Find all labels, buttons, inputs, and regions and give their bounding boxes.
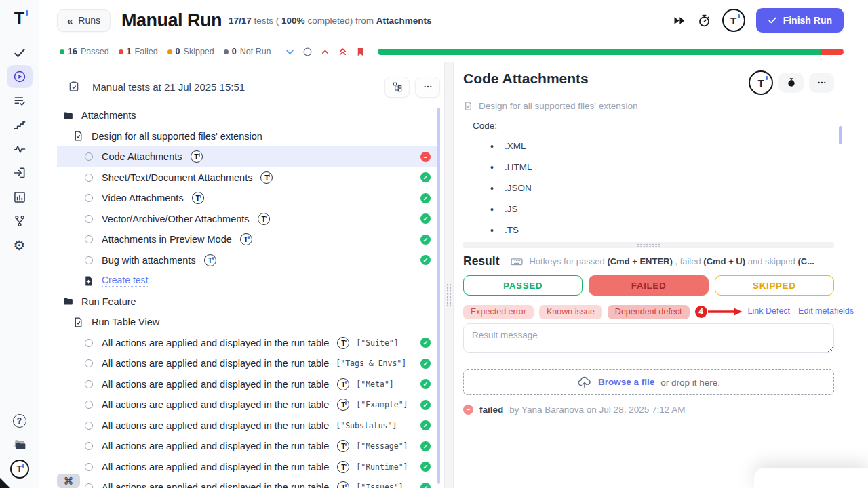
testomat-badge-icon: T bbox=[192, 192, 204, 204]
rail-help-icon[interactable]: ? bbox=[7, 409, 33, 432]
rail-logo-icon[interactable]: T bbox=[7, 458, 33, 481]
tree-row[interactable]: Attachments bbox=[57, 105, 440, 126]
tree-row[interactable]: All actions are applied and displayed in… bbox=[57, 374, 440, 395]
browse-file-link[interactable]: Browse a file bbox=[598, 377, 654, 388]
timer-icon[interactable] bbox=[697, 14, 711, 28]
status-count-not-run[interactable]: 0Not Run bbox=[224, 47, 271, 56]
rail-branch-icon[interactable] bbox=[7, 209, 33, 232]
test-tag: ["Tags & Envs"] bbox=[336, 359, 406, 368]
suite-breadcrumb-label: Design for all supported files' extensio… bbox=[479, 101, 637, 111]
folder-icon bbox=[62, 296, 74, 307]
status-count-passed[interactable]: 16Passed bbox=[60, 47, 109, 56]
tree-row[interactable]: Sheet/Text/Document AttachmentsT✓ bbox=[57, 167, 440, 188]
passed-button[interactable]: PASSED bbox=[463, 275, 583, 296]
rail-play-icon[interactable] bbox=[7, 65, 33, 88]
fast-forward-icon[interactable] bbox=[672, 14, 686, 28]
tree-row-label: Run Feature bbox=[81, 296, 136, 307]
left-rail-top: ⚙ bbox=[7, 40, 33, 258]
tree-view-button[interactable] bbox=[384, 77, 410, 98]
rail-pulse-icon[interactable] bbox=[7, 138, 33, 161]
testomat-badge-icon: T bbox=[240, 233, 252, 245]
chevron-down-icon[interactable] bbox=[285, 47, 295, 57]
back-to-runs-button[interactable]: « Runs bbox=[57, 9, 111, 32]
finish-run-button[interactable]: Finish Run bbox=[756, 8, 844, 33]
rail-import-icon[interactable] bbox=[7, 161, 33, 184]
tree-row[interactable]: Bug with attachmentsT✓ bbox=[57, 250, 440, 271]
timer-button[interactable] bbox=[778, 73, 804, 93]
defect-pill[interactable]: Known issue bbox=[539, 305, 602, 319]
page-title: Manual Run bbox=[121, 10, 222, 31]
passed-status-icon: ✓ bbox=[420, 420, 431, 430]
bookmark-icon[interactable] bbox=[355, 47, 366, 57]
tree-row[interactable]: Create test bbox=[57, 270, 440, 291]
radio-icon bbox=[85, 422, 93, 430]
result-message-input[interactable] bbox=[463, 323, 834, 353]
tree-row[interactable]: Run Feature bbox=[57, 291, 440, 312]
passed-status-icon: ✓ bbox=[420, 359, 431, 369]
test-title[interactable]: Code Attachments bbox=[463, 70, 589, 89]
tree-row-label: Code Attachments bbox=[102, 151, 182, 162]
tree-row[interactable]: Run Table View bbox=[57, 312, 440, 333]
radio-icon bbox=[85, 339, 93, 347]
tree-row-label: Video Attachments bbox=[102, 192, 184, 203]
edit-metafields-link[interactable]: Edit metafields bbox=[798, 306, 854, 317]
tree-row[interactable]: Video AttachmentsT✓ bbox=[57, 188, 440, 209]
check-icon bbox=[768, 16, 777, 25]
main-column: « Runs Manual Run 17/17 tests ( 100% com… bbox=[39, 0, 868, 488]
radio-icon bbox=[85, 152, 93, 161]
defect-pill[interactable]: Dependent defect bbox=[608, 305, 690, 319]
defect-pill[interactable]: Expected error bbox=[463, 305, 534, 319]
rail-list-check-icon[interactable] bbox=[7, 89, 33, 113]
tree-row[interactable]: Code AttachmentsT– bbox=[57, 146, 440, 167]
tree-row[interactable]: All actions are applied and displayed in… bbox=[57, 394, 440, 415]
tree-row[interactable]: All actions are applied and displayed in… bbox=[57, 457, 440, 478]
file-dropzone[interactable]: Browse a file or drop it here. bbox=[463, 369, 834, 395]
rail-folders-icon[interactable] bbox=[7, 433, 33, 456]
tree-row[interactable]: Attachments in Preview ModeT✓ bbox=[57, 229, 440, 250]
double-chevron-up-icon[interactable] bbox=[338, 47, 348, 57]
failed-button[interactable]: FAILED bbox=[589, 275, 708, 296]
circle-icon[interactable] bbox=[302, 47, 313, 57]
tree-scrollbar[interactable] bbox=[437, 108, 440, 484]
tree-row-label: Attachments bbox=[81, 110, 136, 121]
extension-list: .XML.HTML.JSON.JS.TS bbox=[490, 136, 834, 241]
status-dot bbox=[60, 49, 64, 54]
skipped-button[interactable]: SKIPPED bbox=[715, 275, 834, 296]
status-count-skipped[interactable]: 0Skipped bbox=[167, 47, 214, 56]
rail-steps-icon[interactable] bbox=[7, 113, 33, 136]
assignee-avatar[interactable]: T bbox=[749, 70, 773, 95]
panel-resize-handle[interactable] bbox=[444, 62, 454, 488]
passed-status-icon: ✓ bbox=[420, 441, 431, 451]
rail-check-icon[interactable] bbox=[7, 41, 33, 64]
test-tag: ["Message"] bbox=[356, 441, 408, 451]
tree-row[interactable]: Design for all supported files' extensio… bbox=[57, 126, 440, 147]
description-scrollbar[interactable] bbox=[839, 126, 842, 144]
file-plus-icon bbox=[83, 275, 94, 287]
result-resize-handle[interactable] bbox=[463, 242, 834, 248]
status-dot bbox=[119, 49, 123, 54]
tree-more-button[interactable] bbox=[415, 77, 440, 98]
rail-chart-icon[interactable] bbox=[7, 186, 33, 209]
tree-row[interactable]: All actions are applied and displayed in… bbox=[57, 477, 440, 488]
tree-row[interactable]: All actions are applied and displayed in… bbox=[57, 415, 440, 436]
chevron-up-icon[interactable] bbox=[320, 47, 330, 57]
tree-row[interactable]: All actions are applied and displayed in… bbox=[57, 333, 440, 354]
user-avatar[interactable]: T bbox=[722, 9, 745, 32]
status-row: 16Passed1Failed0Skipped0Not Run bbox=[39, 41, 868, 62]
tree-row[interactable]: All actions are applied and displayed in… bbox=[57, 436, 440, 457]
run-progress-bar bbox=[378, 49, 844, 55]
link-defect-link[interactable]: Link Defect bbox=[748, 306, 791, 317]
cmd-key-hint: ⌘ bbox=[57, 474, 80, 488]
app-logo-icon[interactable]: T bbox=[14, 9, 24, 26]
chat-widget[interactable] bbox=[754, 468, 868, 488]
rail-gear-icon[interactable]: ⚙ bbox=[7, 234, 33, 257]
radio-icon bbox=[85, 359, 93, 367]
tree-row[interactable]: Vector/Archive/Other AttachmentsT✓ bbox=[57, 209, 440, 230]
tree-row[interactable]: All actions are applied and displayed in… bbox=[57, 353, 440, 374]
status-count-failed[interactable]: 1Failed bbox=[119, 47, 158, 56]
result-header: Result Hotkeys for passed (Cmd + ENTER) … bbox=[463, 254, 834, 268]
detail-more-button[interactable] bbox=[809, 73, 834, 93]
suite-breadcrumb[interactable]: Design for all supported files' extensio… bbox=[463, 101, 834, 111]
hotkeys-text: Hotkeys for passed (Cmd + ENTER) , faile… bbox=[529, 256, 814, 266]
status-counts: 16Passed1Failed0Skipped0Not Run bbox=[60, 47, 271, 56]
